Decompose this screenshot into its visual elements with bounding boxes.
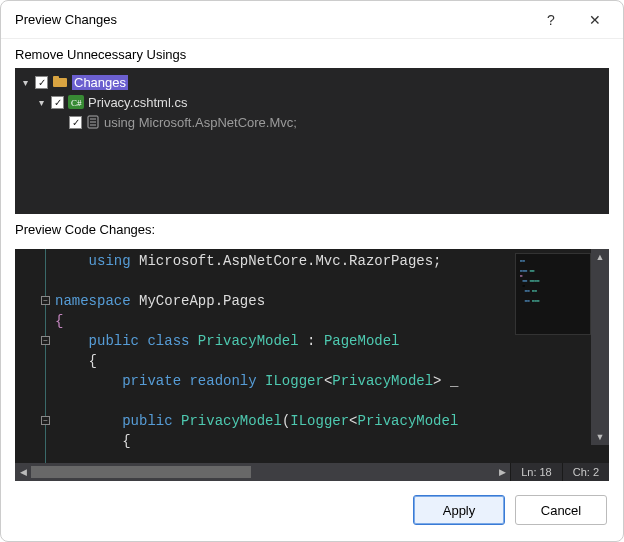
status-column: Ch:2	[562, 463, 609, 481]
code-section-label: Preview Code Changes:	[1, 214, 623, 243]
tree-node-label: using Microsoft.AspNetCore.Mvc;	[104, 115, 297, 130]
scroll-left-icon[interactable]: ◀	[15, 467, 31, 477]
scroll-right-icon[interactable]: ▶	[494, 467, 510, 477]
checkbox[interactable]: ✓	[51, 96, 64, 109]
fold-toggle-icon[interactable]: −	[41, 336, 50, 345]
spacer	[53, 117, 65, 128]
titlebar: Preview Changes ? ✕	[1, 1, 623, 39]
tree-file-privacy[interactable]: ▾ ✓ C# Privacy.cshtml.cs	[17, 92, 607, 112]
checkbox[interactable]: ✓	[69, 116, 82, 129]
scrollbar-thumb[interactable]	[31, 466, 251, 478]
horizontal-scrollbar[interactable]: ◀ ▶	[15, 463, 510, 481]
tree-root-changes[interactable]: ▾ ✓ Changes	[17, 72, 607, 92]
document-icon	[86, 115, 100, 129]
fold-toggle-icon[interactable]: −	[41, 296, 50, 305]
csharp-file-icon: C#	[68, 95, 84, 109]
tree-using-line[interactable]: ✓ using Microsoft.AspNetCore.Mvc;	[17, 112, 607, 132]
svg-rect-1	[53, 76, 59, 80]
cancel-button[interactable]: Cancel	[515, 495, 607, 525]
status-line: Ln:18	[510, 463, 562, 481]
dialog-buttons: Apply Cancel	[1, 481, 623, 539]
scroll-up-icon[interactable]: ▲	[591, 249, 609, 265]
checkbox[interactable]: ✓	[35, 76, 48, 89]
svg-text:C#: C#	[71, 98, 82, 108]
code-preview-panel: −−− using Microsoft.AspNetCore.Mvc.Razor…	[15, 249, 609, 481]
code-minimap[interactable]: ▬▬ ▬▬▬ ▬▬ ▬ ▬▬ ▬▬▬▬ ▬ ▬▬ ▬▬ ▬▬ ▬▬▬	[515, 253, 591, 335]
tree-section-label: Remove Unnecessary Usings	[1, 39, 623, 68]
help-button[interactable]: ?	[529, 5, 573, 35]
twisty-icon[interactable]: ▾	[19, 77, 31, 88]
close-button[interactable]: ✕	[573, 5, 617, 35]
twisty-icon[interactable]: ▾	[35, 97, 47, 108]
folder-icon	[52, 75, 68, 89]
tree-node-label: Changes	[72, 75, 128, 90]
window-title: Preview Changes	[15, 12, 117, 27]
scroll-down-icon[interactable]: ▼	[591, 429, 609, 445]
vertical-scrollbar[interactable]: ▲ ▼	[591, 249, 609, 445]
tree-node-label: Privacy.cshtml.cs	[88, 95, 187, 110]
code-gutter: −−−	[15, 249, 55, 463]
fold-toggle-icon[interactable]: −	[41, 416, 50, 425]
changes-tree[interactable]: ▾ ✓ Changes ▾ ✓ C# Privacy.cshtml.cs ✓ u…	[15, 68, 609, 214]
apply-button[interactable]: Apply	[413, 495, 505, 525]
